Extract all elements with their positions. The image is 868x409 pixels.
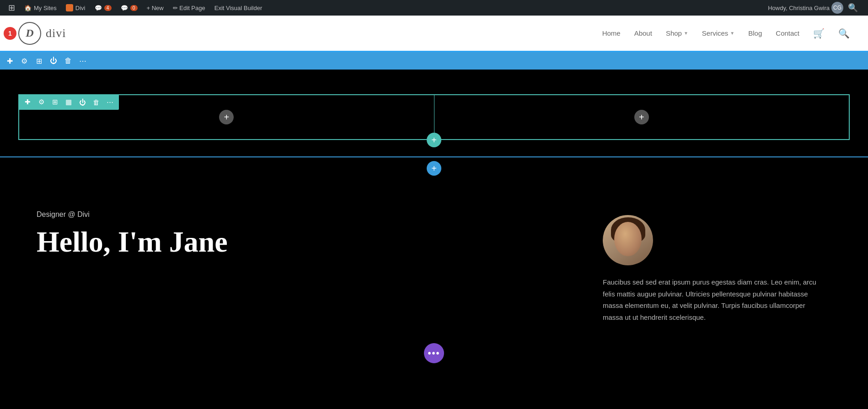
hero-left: Designer @ Divi Hello, I'm Jane	[37, 210, 575, 258]
hero-title: Hello, I'm Jane	[37, 226, 575, 258]
services-chevron-icon: ▼	[730, 31, 734, 36]
fab-button[interactable]: •••	[424, 343, 444, 363]
user-avatar[interactable]: CG	[831, 2, 843, 14]
row-bottom-plus-area: +	[18, 133, 850, 147]
hero-subtitle: Designer @ Divi	[37, 210, 575, 219]
nav-blog[interactable]: Blog	[748, 29, 762, 37]
header-search-icon[interactable]: 🔍	[838, 28, 850, 39]
row-more-icon[interactable]: ⋯	[104, 97, 115, 108]
section-bottom-plus-area: +	[0, 157, 868, 183]
row-layout-icon[interactable]: ⊞	[49, 97, 60, 108]
pending-item[interactable]: 💬 0	[116, 0, 142, 16]
admin-bar: ⊞ 🏠 My Sites Divi 💬 4 💬 0 + New ✏ Edit P…	[0, 0, 868, 16]
logo-circle: D	[18, 22, 41, 45]
my-sites-label: My Sites	[34, 5, 57, 11]
fab-dots: •••	[428, 348, 440, 359]
logo-text: divi	[46, 27, 66, 40]
edit-page-item[interactable]: ✏ Edit Page	[168, 0, 210, 16]
comments-item[interactable]: 💬 4	[90, 0, 116, 16]
column-2-add-button[interactable]: +	[634, 110, 649, 124]
exit-builder-item[interactable]: Exit Visual Builder	[210, 0, 267, 16]
row-toolbar: ✚ ⚙ ⊞ ▦ ⏻ 🗑 ⋯	[18, 94, 119, 110]
nav-services[interactable]: Services ▼	[702, 29, 734, 37]
comments-badge: 4	[104, 5, 112, 11]
divi-item[interactable]: Divi	[61, 0, 90, 16]
pending-badge: 0	[130, 5, 138, 11]
exit-builder-label: Exit Visual Builder	[214, 5, 263, 11]
section-delete-icon[interactable]: 🗑	[62, 55, 74, 67]
wp-logo-item[interactable]: ⊞	[4, 0, 20, 16]
cart-icon[interactable]: 🛒	[813, 28, 825, 39]
hero-avatar	[603, 215, 653, 265]
edit-page-label: ✏ Edit Page	[173, 5, 205, 11]
nav-contact[interactable]: Contact	[776, 29, 799, 37]
shop-chevron-icon: ▼	[684, 31, 688, 36]
main-content: ✚ ⚙ ⊞ ▦ ⏻ 🗑 ⋯ + + + + Designer @ D	[0, 70, 868, 350]
site-logo[interactable]: D divi	[18, 22, 66, 45]
hero-body-text: Faucibus sed sed erat ipsum purus egesta…	[603, 276, 822, 323]
wp-icon: ⊞	[8, 3, 15, 13]
row-toggle-icon[interactable]: ⏻	[77, 97, 88, 108]
divi-label: Divi	[75, 5, 86, 11]
site-header: 1 D divi Home About Shop ▼ Services ▼ Bl…	[0, 16, 868, 52]
nav-about[interactable]: About	[634, 29, 652, 37]
section-number-badge: 1	[4, 27, 16, 40]
new-item[interactable]: + New	[142, 0, 168, 16]
site-nav: Home About Shop ▼ Services ▼ Blog Contac…	[602, 28, 850, 39]
hero-section: Designer @ Divi Hello, I'm Jane Faucibus…	[0, 183, 868, 350]
row-move-icon[interactable]: ✚	[22, 97, 33, 108]
comments-icon: 💬	[95, 5, 102, 11]
section-toolbar: ✚ ⚙ ⊞ ⏻ 🗑 ⋯	[0, 52, 868, 70]
divi-icon	[66, 4, 73, 11]
pending-icon: 💬	[121, 5, 128, 11]
section-settings-icon[interactable]: ⚙	[18, 55, 30, 67]
user-label: Howdy, Christina Gwira	[768, 5, 830, 11]
section-add-icon[interactable]: ✚	[4, 55, 16, 67]
section-layout-icon[interactable]: ⊞	[33, 55, 45, 67]
row-delete-icon[interactable]: 🗑	[91, 97, 102, 108]
section-toggle-icon[interactable]: ⏻	[48, 55, 59, 67]
row-columns-icon[interactable]: ▦	[63, 97, 74, 108]
column-1-add-button[interactable]: +	[219, 110, 234, 124]
admin-bar-right: Howdy, Christina Gwira CG 🔍	[768, 2, 864, 14]
nav-home[interactable]: Home	[602, 29, 621, 37]
home-icon: 🏠	[24, 5, 32, 11]
row-settings-icon[interactable]: ⚙	[36, 97, 47, 108]
my-sites-item[interactable]: 🏠 My Sites	[20, 0, 61, 16]
avatar-face	[614, 222, 642, 256]
admin-search-icon[interactable]: 🔍	[845, 3, 861, 13]
add-section-button[interactable]: +	[427, 161, 441, 176]
nav-shop[interactable]: Shop ▼	[666, 29, 688, 37]
new-label: + New	[147, 5, 164, 11]
row-container: ✚ ⚙ ⊞ ▦ ⏻ 🗑 ⋯ + + +	[18, 94, 850, 147]
section-more-icon[interactable]: ⋯	[77, 55, 89, 67]
add-row-button[interactable]: +	[427, 133, 441, 147]
hero-right: Faucibus sed sed erat ipsum purus egesta…	[603, 210, 831, 323]
